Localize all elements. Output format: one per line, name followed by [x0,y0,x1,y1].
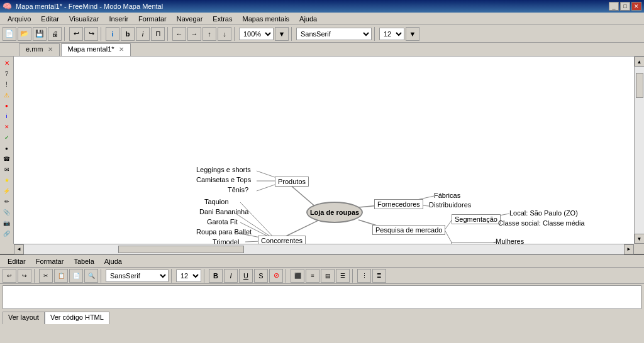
bottom-menu-formatar[interactable]: Formatar [31,256,69,266]
scroll-track[interactable] [635,67,645,234]
left-icon-mail[interactable]: ✉ [2,165,12,175]
hscroll-thumb[interactable] [118,246,244,253]
scroll-down-button[interactable]: ▼ [635,234,645,244]
node-camisetas[interactable]: Camisetas e Tops [196,176,251,183]
size-dropdown[interactable]: ▼ [406,27,419,41]
bottom-bold[interactable]: B [209,269,223,283]
node-local[interactable]: Local: São Paulo (ZO) [509,209,578,217]
close-button[interactable]: ✕ [631,2,641,11]
bottom-editor-content[interactable] [3,285,641,309]
zoom-dropdown[interactable]: ▼ [275,27,289,41]
hscroll-right-button[interactable]: ► [624,244,634,254]
minimize-button[interactable]: _ [609,2,619,11]
node-mulheres[interactable]: Mulheres [496,237,524,244]
nav-right[interactable]: → [187,27,201,41]
bottom-menu-ajuda[interactable]: Ajuda [99,256,127,266]
bottom-list-ol[interactable]: ≣ [372,269,386,283]
bottom-justify[interactable]: ☰ [336,269,350,283]
node-segmentacao[interactable]: Segmentação [452,214,501,224]
node-trimodel[interactable]: Trimodel [213,238,239,244]
maximize-button[interactable]: □ [620,2,630,11]
left-icon-warn[interactable]: ⚠ [2,90,12,100]
node-classe[interactable]: Classe social: Classe média [498,219,585,227]
italic-button[interactable]: i [136,27,150,41]
scroll-up-button[interactable]: ▲ [635,57,645,67]
left-icon-exclaim[interactable]: ! [2,79,12,89]
menu-extras[interactable]: Extras [208,14,237,24]
bottom-size-select[interactable]: 12 [176,270,201,282]
redo-button[interactable]: ↪ [84,27,98,41]
hscroll-track[interactable] [24,244,624,254]
center-node[interactable]: Loja de roupas [306,202,363,223]
bottom-noformat[interactable]: ⊘ [269,269,283,283]
hscroll-left-button[interactable]: ◄ [14,244,24,254]
left-icon-x[interactable]: ✕ [2,122,12,132]
nav-down[interactable]: ↓ [218,27,231,41]
menu-arquivo[interactable]: Arquivo [3,14,36,24]
bottom-paste[interactable]: 📄 [69,269,83,283]
zoom-select[interactable]: 100% 75% 50% 125% [239,28,274,40]
left-icon-check[interactable]: ✓ [2,133,12,143]
left-icon-bolt[interactable]: ⚡ [2,186,12,196]
bottom-copy[interactable]: 📋 [54,269,68,283]
size-select[interactable]: 12 10 14 16 [379,28,404,40]
bottom-list-ul[interactable]: ⋮ [357,269,371,283]
left-icon-info[interactable]: i [2,111,12,121]
bottom-font-select[interactable]: SansSerif [106,270,169,282]
node-roupa[interactable]: Roupa para Ballet [196,228,252,236]
tab-emm[interactable]: e.mm ✕ [19,43,60,56]
node-fabricas[interactable]: Fábricas [434,192,460,199]
font-select[interactable]: SansSerif Serif Monospaced [296,28,372,40]
menu-editar[interactable]: Editar [36,14,64,24]
node-taquion[interactable]: Taquion [204,198,229,205]
bottom-underline[interactable]: U [239,269,253,283]
left-icon-close[interactable]: ✕ [2,58,12,68]
node-fornecedores[interactable]: Fornecedores [374,199,423,209]
menu-formatar[interactable]: Formatar [133,14,172,24]
new-button[interactable]: 📄 [3,27,16,41]
left-icon-question[interactable]: ? [2,68,12,79]
bottom-strikethrough[interactable]: S [254,269,268,283]
bottom-italic[interactable]: I [224,269,238,283]
bold-button[interactable]: b [121,27,135,41]
node-button[interactable]: ⊓ [151,27,165,41]
bottom-redo[interactable]: ↪ [18,269,31,283]
left-icon-circle[interactable]: ● [2,143,12,153]
menu-inserir[interactable]: Inserir [104,14,134,24]
node-garota[interactable]: Garota Fit [207,218,238,226]
left-icon-link[interactable]: 🔗 [2,229,12,239]
info-button[interactable]: i [106,27,119,41]
node-dani[interactable]: Dani Bananinha [199,208,248,215]
bottom-align-left[interactable]: ⬛ [291,269,304,283]
bottom-undo[interactable]: ↩ [3,269,16,283]
save-button[interactable]: 💾 [33,27,47,41]
node-tenis[interactable]: Tênis? [228,186,248,193]
undo-button[interactable]: ↩ [69,27,83,41]
nav-up[interactable]: ↑ [203,27,216,41]
bottom-menu-editar[interactable]: Editar [3,256,31,266]
bottom-align-right[interactable]: ▤ [321,269,335,283]
tab-ver-layout[interactable]: Ver layout [3,312,45,324]
menu-ajuda[interactable]: Ajuda [294,14,322,24]
node-pesquisa[interactable]: Pesquisa de mercado [372,225,445,235]
scroll-thumb[interactable] [636,73,643,98]
menu-visualizar[interactable]: Visualizar [64,14,104,24]
print-button[interactable]: 🖨 [48,27,62,41]
left-icon-star[interactable]: ★ [2,175,12,185]
node-distribuidores[interactable]: Distribuidores [429,201,471,209]
nav-left[interactable]: ← [172,27,186,41]
node-concorrentes[interactable]: Concorrentes [258,236,306,244]
bottom-find[interactable]: 🔍 [84,269,98,283]
tab-ver-html[interactable]: Ver código HTML [45,312,109,324]
left-icon-red[interactable]: ● [2,101,12,111]
bottom-cut[interactable]: ✂ [39,269,53,283]
close-tab-emm[interactable]: ✕ [48,46,53,53]
menu-navegar[interactable]: Navegar [172,14,208,24]
menu-mapas[interactable]: Mapas mentais [238,14,295,24]
bottom-align-center[interactable]: ≡ [306,269,319,283]
node-leggings[interactable]: Leggings e shorts [196,166,251,173]
bottom-menu-tabela[interactable]: Tabela [69,256,99,266]
left-icon-camera[interactable]: 📷 [2,218,12,228]
left-icon-phone[interactable]: ☎ [2,154,12,164]
close-tab-mapamental[interactable]: ✕ [119,46,124,53]
